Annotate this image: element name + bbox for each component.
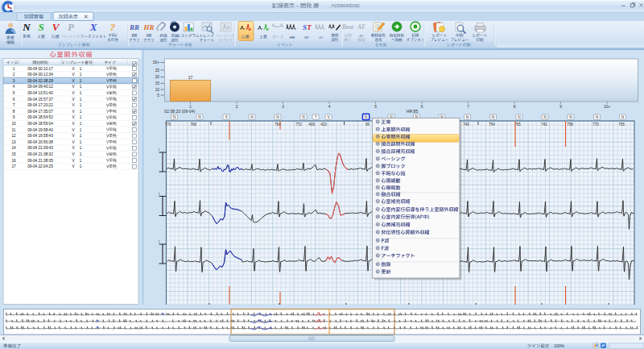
svg-text:1: 1: [80, 110, 82, 114]
svg-text:1: 1: [80, 91, 82, 95]
svg-text:25: 25: [155, 69, 160, 73]
svg-text:X: X: [89, 21, 97, 33]
svg-text:5: 5: [374, 105, 377, 109]
svg-text:9: 9: [13, 115, 15, 119]
svg-text:09-04 22:04:25: 09-04 22:04:25: [27, 164, 53, 168]
svg-text:409: 409: [308, 123, 315, 127]
svg-text:09-04 19:58:43: 09-04 19:58:43: [27, 134, 53, 138]
svg-text:AF: AF: [359, 34, 364, 38]
svg-text:N: N: [543, 115, 547, 119]
svg-text:09-04 21:09:43: 09-04 21:09:43: [27, 146, 53, 150]
svg-text:3: 3: [282, 105, 284, 109]
svg-text:1: 1: [80, 79, 82, 83]
svg-text:09-04 13:51:40: 09-04 13:51:40: [27, 91, 53, 95]
svg-text:N: N: [276, 115, 279, 119]
svg-text:1: 1: [80, 128, 82, 132]
svg-text:09-04 15:57:37: 09-04 15:57:37: [27, 98, 53, 102]
svg-text:ST: ST: [304, 35, 309, 39]
svg-text:N: N: [365, 114, 368, 119]
svg-text:09-04 20:56:38: 09-04 20:56:38: [27, 140, 53, 144]
svg-text:6: 6: [13, 98, 15, 102]
svg-text:754: 754: [489, 123, 495, 127]
svg-text:N: N: [492, 115, 495, 119]
svg-text:1: 1: [13, 67, 15, 71]
svg-text:16: 16: [11, 159, 16, 163]
svg-text:1: 1: [80, 98, 82, 102]
svg-text:1: 1: [80, 85, 82, 89]
svg-text:, H2309040D092: , H2309040D092: [329, 3, 360, 8]
svg-text:09-04 19:58:40: 09-04 19:58:40: [27, 128, 53, 132]
svg-text:765: 765: [618, 123, 625, 127]
svg-text:770: 770: [592, 123, 599, 127]
svg-text:758: 758: [567, 123, 573, 127]
svg-text:RR: RR: [132, 34, 138, 38]
svg-text:...: ...: [16, 60, 19, 64]
svg-text:3: 3: [13, 79, 15, 83]
svg-text:1: 1: [80, 134, 82, 138]
svg-text:10: 10: [155, 88, 160, 92]
svg-text:09-04 18:59:04: 09-04 18:59:04: [27, 122, 53, 126]
svg-text:9: 9: [559, 105, 562, 109]
svg-text:HR:85: HR:85: [407, 109, 419, 114]
svg-text:12: 12: [11, 134, 16, 138]
svg-text:4: 4: [13, 85, 15, 89]
svg-text:1: 1: [80, 140, 82, 144]
svg-text:5: 5: [157, 93, 159, 98]
svg-text:1: 1: [80, 115, 82, 119]
svg-text:S: S: [38, 21, 43, 33]
svg-text:09-04 21:38:35: 09-04 21:38:35: [27, 159, 53, 163]
svg-text:09-04 17:20:22: 09-04 17:20:22: [27, 103, 53, 107]
svg-text:: 100%: : 100%: [551, 343, 565, 348]
svg-text:7: 7: [13, 103, 15, 107]
svg-text:7: 7: [467, 105, 469, 109]
svg-text:10+: 10+: [604, 105, 610, 109]
svg-text:09-04 21:38:32: 09-04 21:38:32: [27, 152, 53, 156]
svg-text:17: 17: [188, 75, 193, 80]
svg-text:T: T: [307, 23, 312, 31]
svg-text:2: 2: [236, 105, 238, 109]
svg-text:8: 8: [514, 105, 516, 109]
svg-text:AF: AF: [319, 35, 324, 39]
svg-text:1: 1: [80, 73, 82, 77]
svg-text:N: N: [466, 115, 469, 119]
svg-text:HR: HR: [147, 34, 152, 38]
svg-text:09-04 18:54:52: 09-04 18:54:52: [27, 115, 53, 119]
svg-text:30+: 30+: [153, 60, 159, 64]
svg-text:770: 770: [165, 123, 171, 127]
svg-text:HR: HR: [142, 23, 154, 31]
svg-text:N: N: [173, 115, 176, 119]
svg-text:8: 8: [13, 110, 15, 114]
svg-text:AF: AF: [357, 23, 365, 31]
svg-text:13: 13: [11, 140, 16, 144]
svg-text:423: 423: [320, 123, 327, 127]
svg-text:740: 740: [463, 123, 469, 127]
svg-text:5: 5: [13, 91, 15, 95]
svg-text:1: 1: [80, 67, 82, 71]
svg-text:N: N: [198, 115, 201, 119]
svg-text:1: 1: [80, 103, 82, 107]
svg-text:N: N: [518, 115, 521, 119]
svg-text:15: 15: [11, 152, 16, 156]
svg-text:09-04 02:38:28: 09-04 02:38:28: [27, 79, 53, 83]
svg-text:V: V: [52, 21, 60, 33]
svg-text:11: 11: [12, 128, 16, 132]
svg-text:772: 772: [295, 123, 302, 127]
svg-text:Beat: Beat: [341, 23, 354, 31]
svg-text:15: 15: [155, 81, 160, 85]
svg-text:S: S: [303, 23, 307, 31]
svg-text:?: ?: [110, 21, 116, 33]
svg-text:6: 6: [421, 105, 423, 109]
svg-text:N: N: [22, 21, 31, 33]
svg-text:?: ?: [315, 115, 317, 119]
svg-text:P: P: [68, 21, 75, 33]
svg-text:HR: HR: [290, 35, 295, 39]
svg-text:09-04 00:12:34: 09-04 00:12:34: [27, 73, 53, 77]
svg-text:20: 20: [155, 75, 160, 79]
svg-text:1: 1: [80, 159, 82, 163]
svg-text:10: 10: [11, 122, 16, 126]
svg-text:N: N: [250, 115, 254, 119]
svg-text:96: 96: [365, 123, 370, 127]
svg-text:2: 2: [13, 73, 15, 77]
svg-text:02:38:23 (09-04): 02:38:23 (09-04): [164, 109, 196, 114]
svg-text:RR: RR: [129, 23, 139, 31]
